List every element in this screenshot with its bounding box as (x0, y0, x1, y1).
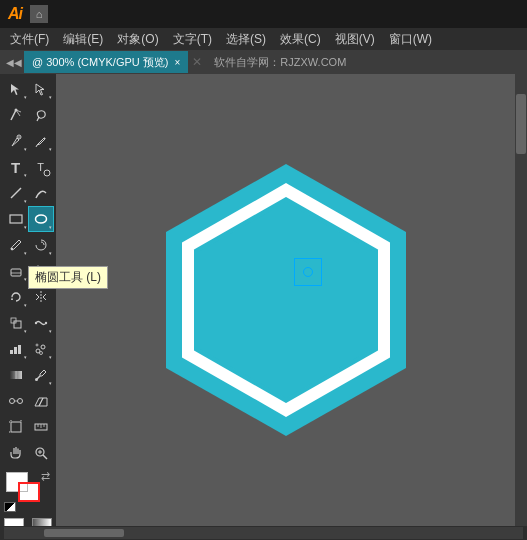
canvas-area[interactable] (56, 74, 515, 526)
gradient-tool-button[interactable] (4, 363, 28, 387)
toolbar: ▾ ▾ (0, 74, 56, 526)
selection-handle (294, 258, 322, 286)
none-color-button[interactable] (4, 518, 24, 526)
svg-point-16 (36, 272, 40, 276)
type-tool-button[interactable]: T ▾ (4, 155, 28, 179)
tab-close-button[interactable]: × (174, 57, 180, 68)
svg-rect-26 (14, 347, 17, 354)
hex-container (116, 150, 456, 450)
ellipse-tool-button[interactable]: ▾ (29, 207, 53, 231)
pen-tool-button[interactable]: ▾ (4, 129, 28, 153)
tool-row-type: T ▾ T (0, 155, 56, 179)
svg-rect-21 (14, 321, 21, 328)
svg-line-51 (43, 455, 47, 459)
tool-row-wand (0, 103, 56, 127)
reflect-tool-button[interactable] (29, 285, 53, 309)
pencil-tool-button[interactable]: ▾ (29, 129, 53, 153)
tool-row-blend (0, 389, 56, 413)
perspective-button[interactable] (29, 389, 53, 413)
direct-select-tool-button[interactable]: ▾ (29, 77, 53, 101)
svg-line-18 (39, 266, 46, 273)
website-label: 软件自学网：RJZXW.COM (214, 55, 346, 70)
svg-point-15 (36, 266, 40, 270)
svg-rect-27 (18, 345, 21, 354)
svg-marker-40 (39, 398, 47, 406)
tool-row-gradient: ▾ (0, 363, 56, 387)
tool-row-line: ▾ (0, 181, 56, 205)
v-scrollbar[interactable] (515, 74, 527, 526)
color-picker: ⇄ (4, 470, 50, 512)
svg-rect-25 (10, 350, 13, 354)
line-tool-button[interactable]: ▾ (4, 181, 28, 205)
color-section: ⇄ (0, 466, 56, 514)
blob-brush-button[interactable]: ▾ (29, 233, 53, 257)
tool-row-eraser: ▾ (0, 259, 56, 283)
lasso-button[interactable] (29, 103, 53, 127)
graph-tool-button[interactable]: ▾ (4, 337, 28, 361)
artboard-tool-button[interactable] (4, 415, 28, 439)
arc-tool-button[interactable] (29, 181, 53, 205)
title-bar: Ai ⌂ (0, 0, 527, 28)
menu-select[interactable]: 选择(S) (220, 29, 272, 50)
menu-object[interactable]: 对象(O) (111, 29, 164, 50)
center-handle-ring (303, 267, 313, 277)
svg-point-31 (36, 344, 38, 346)
gradient-color-button[interactable] (32, 518, 52, 526)
warp-tool-button[interactable]: ▾ (29, 311, 53, 335)
menu-view[interactable]: 视图(V) (329, 29, 381, 50)
app-logo: Ai (6, 5, 24, 23)
tool-row-pen: ▾ ▾ (0, 129, 56, 153)
v-scrollbar-thumb[interactable] (516, 94, 526, 154)
svg-line-0 (11, 110, 16, 120)
touch-type-button[interactable]: T (29, 155, 53, 179)
tool-row-shapes: ▾ ▾ (0, 207, 56, 231)
panel-toggle[interactable]: ◀◀ (4, 51, 24, 73)
rect-tool-button[interactable]: ▾ (4, 207, 28, 231)
tool-row-graph: ▾ ▾ (0, 337, 56, 361)
hexagon-svg (116, 150, 456, 450)
h-scrollbar[interactable] (4, 527, 523, 539)
zoom-tool-button[interactable] (29, 441, 53, 465)
tool-row-hand (0, 441, 56, 465)
hand-tool-button[interactable] (4, 441, 28, 465)
svg-marker-39 (35, 398, 43, 406)
scissors-tool-button[interactable] (29, 259, 53, 283)
blend-tool-button[interactable] (4, 389, 28, 413)
tab-active[interactable]: @ 300% (CMYK/GPU 预览) × (24, 51, 188, 73)
menu-text[interactable]: 文字(T) (167, 29, 218, 50)
menu-window[interactable]: 窗口(W) (383, 29, 438, 50)
menu-effect[interactable]: 效果(C) (274, 29, 327, 50)
brush-tool-button[interactable]: ▾ (4, 233, 28, 257)
tool-row-brush: ▾ ▾ (0, 233, 56, 257)
home-icon[interactable]: ⌂ (30, 5, 48, 23)
color-mode-row (0, 518, 56, 526)
menu-edit[interactable]: 编辑(E) (57, 29, 109, 50)
svg-line-7 (36, 145, 37, 147)
svg-marker-19 (11, 297, 13, 300)
tab-bar: ◀◀ @ 300% (CMYK/GPU 预览) × ✕ 软件自学网：RJZXW.… (0, 50, 527, 74)
svg-point-36 (9, 399, 14, 404)
ruler-button[interactable] (29, 415, 53, 439)
svg-line-9 (11, 188, 21, 198)
svg-point-35 (35, 378, 38, 381)
menu-file[interactable]: 文件(F) (4, 29, 55, 50)
svg-point-29 (41, 345, 45, 349)
symbol-tool-button[interactable]: ▾ (29, 337, 53, 361)
eraser-tool-button[interactable]: ▾ (4, 259, 28, 283)
tab-label: @ 300% (CMYK/GPU 预览) (32, 55, 168, 70)
tool-row-artboard (0, 415, 56, 439)
eyedropper-button[interactable]: ▾ (29, 363, 53, 387)
svg-point-37 (17, 399, 22, 404)
svg-point-8 (44, 170, 50, 176)
svg-point-12 (10, 248, 12, 250)
stroke-indicator[interactable] (18, 482, 40, 502)
svg-point-11 (35, 215, 46, 223)
magic-wand-button[interactable] (4, 103, 28, 127)
default-colors-icon[interactable] (4, 502, 16, 512)
select-tool-button[interactable]: ▾ (4, 77, 28, 101)
tool-row-scale: ▾ ▾ (0, 311, 56, 335)
swap-colors-icon[interactable]: ⇄ (41, 470, 50, 483)
h-scrollbar-thumb[interactable] (44, 529, 124, 537)
rotate-tool-button[interactable]: ▾ (4, 285, 28, 309)
scale-tool-button[interactable]: ▾ (4, 311, 28, 335)
